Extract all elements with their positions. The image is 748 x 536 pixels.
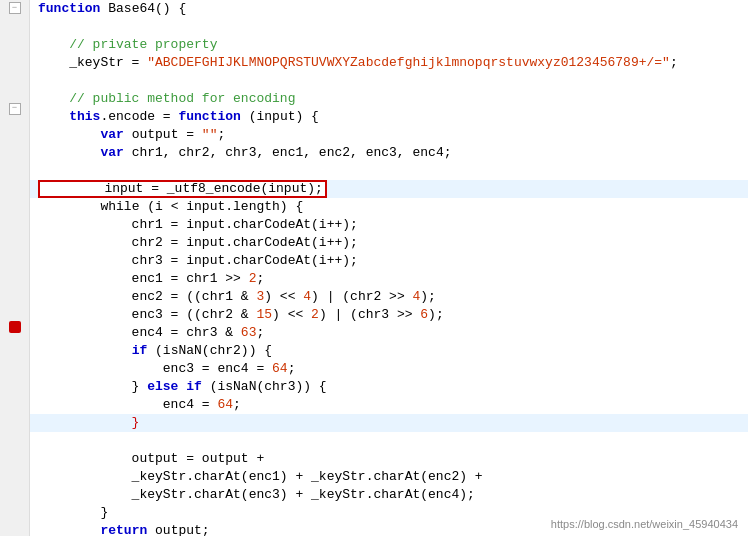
code-line-26: output = output + [30, 450, 748, 468]
token: ); [420, 288, 436, 306]
gutter-line-26 [0, 419, 30, 436]
gutter-line-1[interactable]: − [0, 0, 30, 17]
token: chr3 = input.charCodeAt(i++); [38, 252, 358, 270]
token: "ABCDEFGHIJKLMNOPQRSTUVWXYZabcdefghijklm… [147, 54, 670, 72]
token [38, 126, 100, 144]
gutter-line-28 [0, 452, 30, 469]
code-line-13: chr1 = input.charCodeAt(i++); [30, 216, 748, 234]
code-line-14: chr2 = input.charCodeAt(i++); [30, 234, 748, 252]
token: 4 [413, 288, 421, 306]
token: chr1 = input.charCodeAt(i++); [38, 216, 358, 234]
token: ; [670, 54, 678, 72]
fold-icon[interactable]: − [9, 2, 21, 14]
token [38, 522, 100, 536]
gutter-line-24 [0, 385, 30, 402]
token: ) << [264, 288, 303, 306]
token: 64 [272, 360, 288, 378]
code-lines: function Base64() { // private property … [30, 0, 748, 536]
token: output = output + [38, 450, 264, 468]
code-line-17: enc2 = ((chr1 & 3) << 4) | (chr2 >> 4); [30, 288, 748, 306]
code-line-4: _keyStr = "ABCDEFGHIJKLMNOPQRSTUVWXYZabc… [30, 54, 748, 72]
token: 64 [217, 396, 233, 414]
token [38, 342, 132, 360]
token: var [100, 126, 123, 144]
token: return [100, 522, 147, 536]
code-line-5 [30, 72, 748, 90]
code-line-25 [30, 432, 748, 450]
token: Base64() { [100, 0, 186, 18]
code-line-23: enc4 = 64; [30, 396, 748, 414]
code-area: −− function Base64() { // private proper… [0, 0, 748, 536]
token: 15 [256, 306, 272, 324]
token: ; [256, 324, 264, 342]
token: // private property [38, 36, 217, 54]
code-line-19: enc4 = chr3 & 63; [30, 324, 748, 342]
token: ) { [280, 198, 303, 216]
token [38, 144, 100, 162]
token: _keyStr = [38, 54, 147, 72]
code-line-24: } [30, 414, 748, 432]
code-line-10 [30, 162, 748, 180]
token: ; [217, 126, 225, 144]
token: i < input.length [155, 198, 280, 216]
gutter-line-31 [0, 503, 30, 520]
token [38, 108, 69, 126]
token: 2 [311, 306, 319, 324]
gutter-line-4 [0, 50, 30, 67]
code-line-1: function Base64() { [30, 0, 748, 18]
code-line-2 [30, 18, 748, 36]
gutter-line-17 [0, 268, 30, 285]
gutter-line-19 [0, 302, 30, 319]
token: ) | (chr3 >> [319, 306, 420, 324]
token: "" [202, 126, 218, 144]
token: enc3 = enc4 = [38, 360, 272, 378]
gutter-line-12 [0, 184, 30, 201]
token: 4 [303, 288, 311, 306]
token: chr2 = input.charCodeAt(i++); [38, 234, 358, 252]
gutter-line-18 [0, 285, 30, 302]
code-line-27: _keyStr.charAt(enc1) + _keyStr.charAt(en… [30, 468, 748, 486]
gutter-line-23 [0, 369, 30, 386]
watermark: https://blog.csdn.net/weixin_45940434 [551, 518, 738, 530]
token: ); [428, 306, 444, 324]
token: else if [147, 378, 202, 396]
gutter-line-15 [0, 235, 30, 252]
token: ) | (chr2 >> [311, 288, 412, 306]
token: 3 [256, 288, 264, 306]
token: (input) { [241, 108, 319, 126]
token: (isNaN(chr3)) { [202, 378, 327, 396]
gutter-line-29 [0, 469, 30, 486]
gutter-line-27 [0, 436, 30, 453]
token: output = [124, 126, 202, 144]
token: output; [147, 522, 209, 536]
code-line-11: input = _utf8_encode(input); [30, 180, 748, 198]
gutter-line-3 [0, 34, 30, 51]
gutter-line-5 [0, 67, 30, 84]
token: 6 [420, 306, 428, 324]
gutter-line-7[interactable]: − [0, 101, 30, 118]
token: ; [256, 270, 264, 288]
code-line-16: enc1 = chr1 >> 2; [30, 270, 748, 288]
token: chr1, chr2, chr3, enc1, enc2, enc3, enc4… [124, 144, 452, 162]
token: } [38, 378, 147, 396]
token: this [69, 108, 100, 126]
token: _keyStr.charAt(enc1) + _keyStr.charAt(en… [38, 468, 483, 486]
editor-container: −− function Base64() { // private proper… [0, 0, 748, 536]
code-line-18: enc3 = ((chr2 & 15) << 2) | (chr3 >> 6); [30, 306, 748, 324]
token: .encode = [100, 108, 178, 126]
token: } [38, 414, 139, 432]
gutter-line-10 [0, 151, 30, 168]
fold-icon[interactable]: − [9, 103, 21, 115]
gutter: −− [0, 0, 30, 536]
token: ; [233, 396, 241, 414]
gutter-line-22 [0, 352, 30, 369]
highlighted-code-box: input = _utf8_encode(input); [38, 180, 327, 198]
gutter-line-25 [0, 402, 30, 419]
gutter-line-20[interactable] [0, 318, 30, 335]
token: while ( [100, 198, 155, 216]
breakpoint-marker[interactable] [9, 321, 21, 333]
gutter-line-9 [0, 134, 30, 151]
code-line-22: } else if (isNaN(chr3)) { [30, 378, 748, 396]
code-line-7: this.encode = function (input) { [30, 108, 748, 126]
code-line-20: if (isNaN(chr2)) { [30, 342, 748, 360]
